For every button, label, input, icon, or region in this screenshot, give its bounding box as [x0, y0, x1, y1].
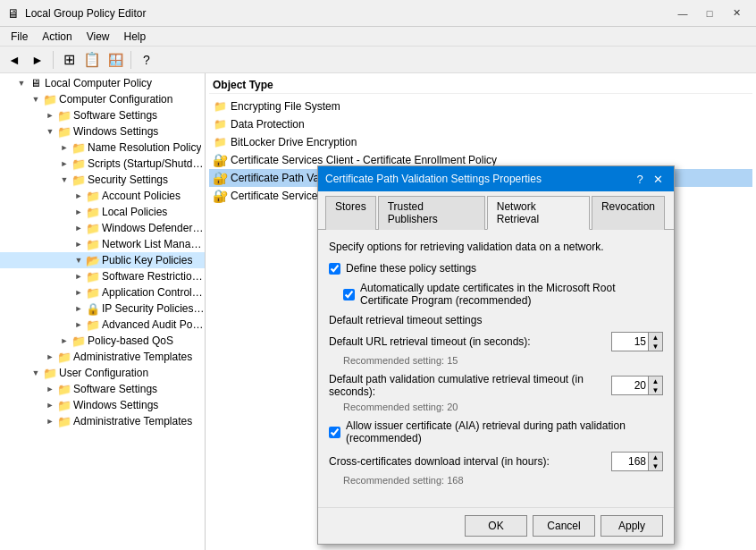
- new-window-button[interactable]: 🪟: [105, 49, 126, 71]
- checkbox-issuer-label[interactable]: Allow issuer certificate (AIA) retrieval…: [346, 419, 663, 444]
- url-timeout-up[interactable]: ▲: [648, 333, 662, 342]
- content-item-dataprot[interactable]: 📁 Data Protection: [209, 115, 752, 133]
- tree-label-security: Security Settings: [88, 173, 168, 186]
- tree-item-adv-audit[interactable]: ► 📁 Advanced Audit Policy Configuration: [0, 317, 205, 333]
- content-item-bitlocker[interactable]: 📁 BitLocker Drive Encryption: [209, 133, 752, 151]
- forward-button[interactable]: ►: [27, 49, 48, 71]
- section-retrieval-label: Default retrieval timeout settings: [329, 314, 663, 326]
- tree-label-pk: Public Key Policies: [102, 254, 192, 267]
- url-timeout-input[interactable]: [612, 333, 648, 351]
- maximize-button[interactable]: □: [697, 4, 722, 22]
- url-timeout-spinner[interactable]: ▲ ▼: [611, 332, 663, 351]
- close-button[interactable]: ✕: [724, 4, 749, 22]
- help-button[interactable]: ?: [136, 49, 157, 71]
- folder-icon-enc: 📁: [213, 99, 227, 114]
- tree-panel: ▼ 🖥 Local Computer Policy ▼ 📁 Computer C…: [0, 73, 206, 550]
- path-timeout-spinner[interactable]: ▲ ▼: [611, 376, 663, 395]
- show-hide-button[interactable]: ⊞: [58, 49, 80, 71]
- path-timeout-input[interactable]: [612, 377, 648, 394]
- title-bar: 🖥 Local Group Policy Editor — □ ✕: [0, 0, 756, 27]
- tree-item-pubkey[interactable]: ▼ 📂 Public Key Policies: [0, 252, 205, 268]
- tree-item-comp-config[interactable]: ▼ 📁 Computer Configuration: [0, 91, 205, 107]
- content-item-enc[interactable]: 📁 Encrypting File System: [209, 97, 752, 115]
- tab-stores[interactable]: Stores: [325, 196, 376, 230]
- folder-icon-qos: 📁: [71, 334, 86, 348]
- tab-network-retrieval[interactable]: Network Retrieval: [487, 196, 590, 230]
- item-label-ce: Certificate Services Client - Certificat…: [231, 154, 497, 166]
- expander-win: ▼: [43, 127, 57, 136]
- dialog-footer: OK Cancel Apply: [318, 507, 674, 544]
- checkbox-define-label[interactable]: Define these policy settings: [346, 262, 476, 275]
- tree-item-local-pol[interactable]: ► 📁 Local Policies: [0, 204, 205, 220]
- tree-label-usw: Software Settings: [73, 383, 157, 395]
- tree-item-root[interactable]: ▼ 🖥 Local Computer Policy: [0, 75, 205, 91]
- cross-cert-spinner[interactable]: ▲ ▼: [611, 452, 663, 471]
- tree-item-user-win[interactable]: ► 📁 Windows Settings: [0, 397, 205, 413]
- dialog-title-bar: Certificate Path Validation Settings Pro…: [318, 166, 674, 191]
- apply-button[interactable]: Apply: [601, 515, 663, 537]
- tree-item-appctrl[interactable]: ► 📁 Application Control Policies: [0, 284, 205, 300]
- properties-button[interactable]: 📋: [81, 49, 103, 71]
- tree-item-netlist[interactable]: ► 📁 Network List Manager Policies: [0, 236, 205, 252]
- tree-item-account[interactable]: ► 📁 Account Policies: [0, 188, 205, 204]
- back-button[interactable]: ◄: [4, 49, 25, 71]
- ok-button[interactable]: OK: [465, 515, 527, 537]
- checkbox-define[interactable]: [329, 263, 340, 275]
- tree-label-win: Windows Settings: [73, 125, 158, 138]
- menu-file[interactable]: File: [4, 29, 35, 45]
- checkbox-auto-update[interactable]: [343, 289, 355, 300]
- url-timeout-buttons: ▲ ▼: [648, 333, 662, 351]
- tree-item-swrestrict[interactable]: ► 📁 Software Restriction Policies: [0, 268, 205, 284]
- tab-revocation[interactable]: Revocation: [592, 196, 665, 230]
- cross-cert-up[interactable]: ▲: [648, 453, 662, 461]
- expander-at: ►: [43, 352, 57, 361]
- cross-cert-down[interactable]: ▼: [648, 461, 662, 470]
- tree-label-local: Local Policies: [102, 206, 167, 218]
- policy-icon-ce: 🔐: [213, 153, 227, 167]
- tree-item-user-admin[interactable]: ► 📁 Administrative Templates: [0, 413, 205, 429]
- menu-action[interactable]: Action: [35, 29, 79, 45]
- tree-label-comp: Computer Configuration: [59, 93, 172, 106]
- tree-item-ipsec[interactable]: ► 🔒 IP Security Policies on Local Comput…: [0, 300, 205, 317]
- path-timeout-down[interactable]: ▼: [648, 385, 662, 394]
- folder-icon-scripts: 📁: [71, 157, 86, 171]
- folder-icon-uwn: 📁: [57, 399, 71, 412]
- tree-label-at: Administrative Templates: [73, 351, 192, 363]
- path-timeout-buttons: ▲ ▼: [648, 377, 662, 394]
- checkbox-autoupdate-row: Automatically update certificates in the…: [343, 282, 663, 307]
- cross-cert-input[interactable]: [612, 453, 648, 470]
- cancel-button[interactable]: Cancel: [533, 515, 595, 537]
- expander-security: ▼: [57, 175, 71, 184]
- path-timeout-up[interactable]: ▲: [648, 377, 662, 385]
- menu-view[interactable]: View: [80, 29, 117, 45]
- tree-item-user-sw[interactable]: ► 📁 Software Settings: [0, 381, 205, 397]
- tree-item-scripts[interactable]: ► 📁 Scripts (Startup/Shutdown): [0, 156, 205, 172]
- menu-help[interactable]: Help: [117, 29, 154, 45]
- checkbox-issuer[interactable]: [329, 427, 340, 438]
- field-url-row: Default URL retrieval timeout (in second…: [329, 332, 663, 351]
- tree-label-nr: Name Resolution Policy: [88, 141, 201, 154]
- expander-uat: ►: [43, 417, 57, 426]
- item-label-enc: Encrypting File System: [231, 100, 340, 113]
- tree-item-admin-tmpl[interactable]: ► 📁 Administrative Templates: [0, 349, 205, 365]
- tree-item-security[interactable]: ▼ 📁 Security Settings: [0, 172, 205, 188]
- field-path-sublabel: Recommended setting: 20: [343, 402, 663, 412]
- dialog-close-button[interactable]: ✕: [649, 170, 667, 188]
- tree-item-user-config[interactable]: ▼ 📁 User Configuration: [0, 365, 205, 381]
- tree-item-win-settings[interactable]: ▼ 📁 Windows Settings: [0, 123, 205, 140]
- tab-trusted-publishers[interactable]: Trusted Publishers: [378, 196, 485, 230]
- field-cross-group: Cross-certificates download interval (in…: [329, 452, 663, 486]
- dialog-help-button[interactable]: ?: [631, 170, 649, 188]
- tree-item-firewall[interactable]: ► 📁 Windows Defender Firewall with Adv..…: [0, 220, 205, 236]
- tree-item-sw-settings[interactable]: ► 📁 Software Settings: [0, 107, 205, 123]
- tree-item-name-res[interactable]: ► 📁 Name Resolution Policy: [0, 140, 205, 156]
- item-label-bl: BitLocker Drive Encryption: [231, 136, 357, 148]
- tree-label-scripts: Scripts (Startup/Shutdown): [88, 157, 205, 170]
- field-cross-row: Cross-certificates download interval (in…: [329, 452, 663, 471]
- expander-sr: ►: [71, 272, 86, 281]
- url-timeout-down[interactable]: ▼: [648, 342, 662, 351]
- app-icon: 🖥: [7, 6, 20, 21]
- checkbox-auto-update-label[interactable]: Automatically update certificates in the…: [360, 282, 663, 307]
- minimize-button[interactable]: —: [670, 4, 695, 22]
- tree-item-qos[interactable]: ► 📁 Policy-based QoS: [0, 333, 205, 349]
